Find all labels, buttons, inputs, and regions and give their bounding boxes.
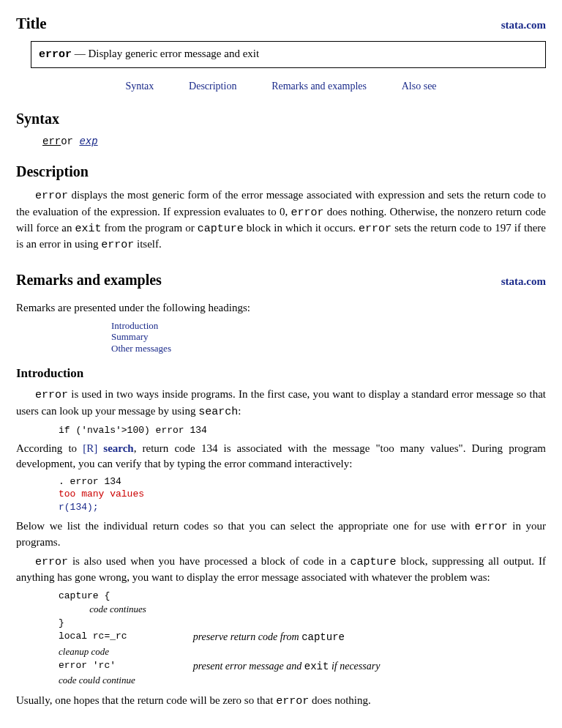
title-box: error — Display generic error message an… — [31, 41, 546, 67]
code2-line2: too many values — [59, 489, 144, 499]
code3-l1: capture { — [59, 590, 380, 603]
code3-l3: } — [59, 617, 380, 630]
nav-remarks[interactable]: Remarks and examples — [271, 81, 367, 92]
syntax-cmd-abbrev: err — [42, 135, 61, 147]
stata-com-link-remarks[interactable]: stata.com — [501, 274, 546, 289]
intro-p5-text1: Usually, one hopes that the return code … — [16, 694, 276, 706]
desc-text-4: block in which it occurs. — [244, 222, 359, 234]
nav-syntax[interactable]: Syntax — [125, 81, 154, 92]
command-name: error — [39, 48, 72, 61]
intro-p1-text: is used in two ways inside programs. In … — [16, 388, 546, 416]
desc-cmd-1: error — [35, 190, 68, 202]
code3-l5: cleanup code — [59, 646, 109, 657]
intro-p4-cmd1: error — [35, 556, 68, 568]
intro-p5-text2: does nothing. — [309, 694, 371, 706]
desc-cmd-2: error — [291, 207, 324, 219]
syntax-heading: Syntax — [16, 109, 546, 129]
page-title-label: Title — [16, 13, 47, 34]
title-summary: Display generic error message and exit — [89, 48, 260, 59]
code3-l4: local rc=_rc — [59, 630, 127, 645]
desc-text-6: itself. — [134, 238, 162, 250]
syntax-line: error exp — [42, 135, 546, 149]
toc-introduction[interactable]: Introduction — [111, 320, 546, 332]
intro-p3-cmd: error — [475, 521, 508, 533]
code-block-3: capture { code continues } local rc=_rc … — [59, 590, 380, 688]
desc-cmd-6: error — [101, 239, 134, 251]
code-block-2: . error 134 too many values r(134); — [59, 475, 546, 514]
code3-l6: error 'rc' — [59, 659, 127, 675]
description-paragraph: error displays the most generic form of … — [16, 187, 546, 253]
introduction-heading: Introduction — [16, 365, 546, 382]
nav-links: Syntax Description Remarks and examples … — [16, 78, 546, 94]
desc-cmd-3: exit — [75, 223, 102, 235]
code2-line3: r(134); — [59, 502, 99, 513]
intro-p1-search: search — [198, 406, 238, 418]
code3-l6-comment: present error message and exit if necess… — [127, 659, 381, 675]
intro-p5: Usually, one hopes that the return code … — [16, 693, 546, 709]
toc-other[interactable]: Other messages — [111, 343, 546, 354]
code3-l2: code continues — [59, 603, 146, 614]
intro-p4-cmd2: capture — [351, 556, 397, 568]
desc-text-3: from the program or — [102, 222, 198, 234]
intro-p3-text1: Below we list the individual return code… — [16, 520, 475, 532]
intro-p3: Below we list the individual return code… — [16, 519, 546, 550]
syntax-cmd-rest: or — [61, 135, 73, 147]
desc-cmd-4: capture — [198, 223, 244, 235]
nav-also-see[interactable]: Also see — [402, 81, 437, 92]
code3-l7: code could continue — [59, 675, 135, 686]
code3-l4-comment: preserve return code from capture — [127, 630, 381, 645]
search-manual-link[interactable]: search — [97, 442, 134, 454]
intro-p1-colon: : — [238, 405, 241, 417]
intro-p2-text1: According to — [16, 442, 83, 454]
stata-com-link-top[interactable]: stata.com — [501, 18, 546, 32]
intro-p4-text1: is also used when you have processed a b… — [68, 555, 351, 567]
intro-p2-bracket: [R] — [83, 442, 97, 454]
code-block-1: if ('nvals'>100) error 134 — [59, 424, 546, 437]
remarks-heading: Remarks and examples — [16, 270, 162, 290]
remarks-toc: Introduction Summary Other messages — [111, 320, 546, 354]
code2-line1: . error 134 — [59, 476, 121, 487]
intro-p2: According to [R] search, return code 134… — [16, 441, 546, 471]
description-heading: Description — [16, 162, 546, 182]
intro-p5-cmd: error — [276, 695, 309, 707]
title-dash: — — [72, 48, 89, 59]
syntax-exp-link[interactable]: exp — [79, 135, 97, 147]
toc-summary[interactable]: Summary — [111, 331, 546, 343]
nav-description[interactable]: Description — [189, 81, 236, 92]
intro-p4: error is also used when you have process… — [16, 554, 546, 585]
intro-p1: error is used in two ways inside program… — [16, 387, 546, 420]
intro-p1-cmd: error — [35, 389, 68, 401]
desc-cmd-5: error — [359, 223, 391, 235]
remarks-intro-line: Remarks are presented under the followin… — [16, 300, 546, 315]
